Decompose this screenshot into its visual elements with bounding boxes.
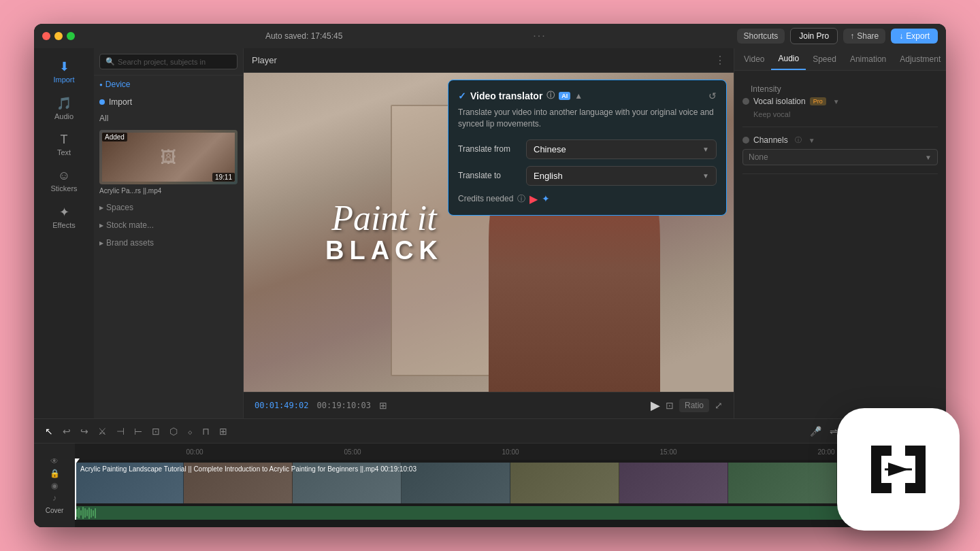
translate-from-label: Translate from xyxy=(458,144,519,154)
grid-icon[interactable]: ⊞ xyxy=(379,400,387,411)
credits-star-icon: ✦ xyxy=(542,193,550,204)
properties-tabs: Video Audio Speed Animation Adjustment >… xyxy=(734,48,946,71)
sidebar-item-brand-assets[interactable]: Brand assets xyxy=(94,234,243,252)
channels-toggle[interactable] xyxy=(742,137,749,144)
expand-icon[interactable]: ▲ xyxy=(574,91,583,101)
paint-it-black-text: BLACK xyxy=(325,235,443,265)
check-icon: ✓ xyxy=(458,90,466,101)
vocal-isolation-label: Vocal isolation xyxy=(753,97,806,106)
tool-effects[interactable]: ✦ Effects xyxy=(34,199,94,235)
tab-audio[interactable]: Audio xyxy=(771,48,806,70)
round-tool[interactable]: ⬦ xyxy=(184,424,195,438)
split-tool[interactable]: ⚔ xyxy=(95,424,110,438)
autosave-indicator: Auto saved: 17:45:45 xyxy=(265,31,342,41)
title-bar-dots[interactable]: ··· xyxy=(533,30,546,42)
shortcuts-button[interactable]: Shortcuts xyxy=(737,29,785,44)
wave-5 xyxy=(84,508,86,518)
track-eye-icon[interactable]: 👁 xyxy=(50,456,59,466)
export-icon: ↓ xyxy=(899,31,903,41)
crop-tool[interactable]: ⊡ xyxy=(149,424,163,438)
ratio-button[interactable]: Ratio xyxy=(679,399,709,412)
translator-panel: ✓ Video translator ⓘ AI ▲ ↺ Translate yo… xyxy=(448,80,727,216)
close-button[interactable] xyxy=(42,32,50,40)
channels-info-icon[interactable]: ⓘ xyxy=(795,135,802,145)
chevron-down-icon-2: ▼ xyxy=(702,172,709,180)
corner-tool[interactable]: ⊓ xyxy=(199,424,212,438)
redo-tool[interactable]: ↪ xyxy=(78,424,91,438)
media-added-label: Added xyxy=(102,133,127,141)
player-video: Paint it BLACK ✓ Video translator ⓘ AI xyxy=(244,73,734,392)
vocal-expand-icon[interactable]: ▼ xyxy=(833,98,840,105)
search-bar[interactable]: 🔍 Search project, subjects in xyxy=(99,54,238,69)
video-track-wrapper: Acrylic Painting Landscape Tutorial || C… xyxy=(75,463,946,520)
all-label: All xyxy=(94,111,243,126)
shield-tool[interactable]: ⬡ xyxy=(167,424,180,438)
player-menu-icon[interactable]: ⋮ xyxy=(715,54,725,67)
playhead-triangle xyxy=(75,458,80,464)
track-lock-icon[interactable]: 🔒 xyxy=(50,469,60,478)
paint-text-overlay: Paint it BLACK xyxy=(325,200,443,265)
media-filename: Acrylic Pa...rs ||.mp4 xyxy=(99,187,238,195)
vocal-toggle[interactable] xyxy=(742,98,749,105)
info-icon[interactable]: ⓘ xyxy=(546,90,555,101)
import-item[interactable]: Import xyxy=(94,93,243,111)
chevron-down-icon: ▼ xyxy=(702,146,709,153)
split-left-tool[interactable]: ⊢ xyxy=(131,424,145,438)
keep-vocal-label: Keep vocal xyxy=(742,110,938,118)
import-dot xyxy=(99,99,105,105)
select-tool[interactable]: ↖ xyxy=(42,424,56,438)
vocal-isolation-section: Vocal isolation Pro ▼ Keep vocal xyxy=(742,97,938,127)
refresh-icon[interactable]: ↺ xyxy=(708,90,717,101)
search-icon: 🔍 xyxy=(105,57,115,66)
sidebar-item-stock[interactable]: Stock mate... xyxy=(94,216,243,234)
translate-to-select[interactable]: English ▼ xyxy=(526,166,717,186)
video-track[interactable]: Acrylic Painting Landscape Tutorial || C… xyxy=(75,463,946,503)
track-audio-icon[interactable]: ♪ xyxy=(52,493,56,503)
export-button[interactable]: ↓ Export xyxy=(891,29,938,44)
title-bar: Auto saved: 17:45:45 ··· Shortcuts Join … xyxy=(34,24,946,48)
audio-track xyxy=(75,506,946,520)
track-labels-column: 👁 🔒 ◉ ♪ Cover xyxy=(34,444,75,527)
playhead[interactable] xyxy=(75,463,76,520)
join-pro-button[interactable]: Join Pro xyxy=(790,28,838,44)
minimize-button[interactable] xyxy=(54,32,63,40)
undo-tool[interactable]: ↩ xyxy=(60,424,74,438)
split-right-tool[interactable]: ⊣ xyxy=(114,424,127,438)
properties-content: Intensity Vocal isolation Pro ▼ Keep voc… xyxy=(734,71,946,418)
timeline-body: 👁 🔒 ◉ ♪ Cover 00:00 05:00 10:00 15:00 20… xyxy=(34,444,946,527)
credits-cursor-icon: ▶ xyxy=(529,193,538,205)
title-bar-right: Shortcuts Join Pro ↑ Share ↓ Export xyxy=(737,28,938,44)
import-icon: ⬇ xyxy=(59,59,69,74)
tool-audio[interactable]: 🎵 Audio xyxy=(34,90,94,126)
share-button[interactable]: ↑ Share xyxy=(843,29,885,44)
ruler-mark-0: 00:00 xyxy=(116,448,274,456)
tool-import[interactable]: ⬇ Import xyxy=(34,54,94,89)
tab-adjustment[interactable]: Adjustment xyxy=(893,49,946,69)
credits-info-icon[interactable]: ⓘ xyxy=(517,193,525,205)
track-visible-icon[interactable]: ◉ xyxy=(51,481,58,490)
ruler-mark-15: 15:00 xyxy=(589,448,747,456)
channels-label: Channels xyxy=(753,135,788,145)
mic-tool[interactable]: 🎤 xyxy=(807,424,824,438)
sidebar-item-spaces[interactable]: Spaces xyxy=(94,199,243,216)
channels-expand-icon[interactable]: ▼ xyxy=(808,137,815,144)
thumb-5 xyxy=(510,463,619,503)
tab-video[interactable]: Video xyxy=(737,49,771,69)
capcut-logo xyxy=(858,435,939,503)
translator-container: ✓ Video translator ⓘ AI ▲ ↺ Translate yo… xyxy=(448,80,727,224)
tool-text[interactable]: T Text xyxy=(34,127,94,162)
channels-select[interactable]: None ▼ xyxy=(742,149,938,165)
sidebar-item-device[interactable]: Device xyxy=(94,76,243,93)
fullscreen-icon[interactable]: ⤢ xyxy=(715,400,723,411)
tool-stickers[interactable]: ☺ Stickers xyxy=(34,163,94,198)
maximize-button[interactable] xyxy=(67,32,75,40)
screenshot-icon[interactable]: ⊡ xyxy=(666,400,674,411)
media-item[interactable]: 🖼 Added 19:11 Acrylic Pa...rs ||.mp4 xyxy=(94,126,243,199)
tab-animation[interactable]: Animation xyxy=(843,49,893,69)
image-tool[interactable]: ⊞ xyxy=(216,424,230,438)
play-button[interactable]: ▶ xyxy=(651,398,660,413)
channels-chevron-icon: ▼ xyxy=(925,154,932,161)
translate-from-select[interactable]: Chinese ▼ xyxy=(526,139,717,159)
tab-speed[interactable]: Speed xyxy=(806,49,843,69)
time-total: 00:19:10:03 xyxy=(316,401,370,410)
